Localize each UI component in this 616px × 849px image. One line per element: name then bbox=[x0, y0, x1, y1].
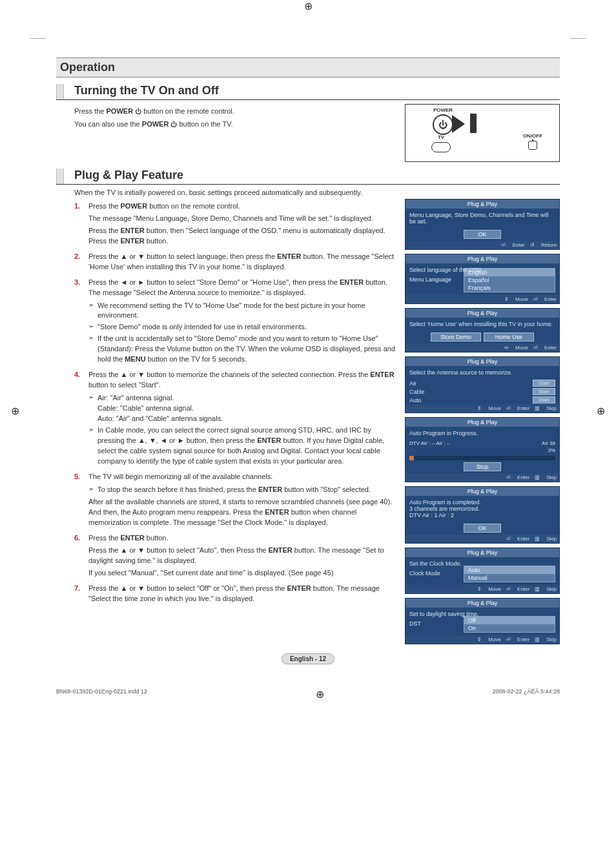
complete-l3: DTV Air : 1 Air : 2 bbox=[409, 512, 555, 518]
step-number: 2. bbox=[74, 252, 80, 262]
step: 4.Press the ▲ or ▼ button to memorize th… bbox=[74, 370, 397, 466]
osd-dst: Plug & Play Set to daylight saving time.… bbox=[405, 598, 560, 644]
start-button[interactable]: Start bbox=[533, 388, 555, 395]
ant-air: Air bbox=[409, 380, 416, 387]
arrow-list: We recommend setting the TV to "Home Use… bbox=[88, 301, 397, 365]
step: 2.Press the ▲ or ▼ button to select lang… bbox=[74, 252, 397, 272]
remote-diagram: POWER ⏻ TV ON/OFF bbox=[405, 104, 560, 162]
osd-title: Plug & Play bbox=[406, 357, 559, 366]
osd-column: Plug & Play Menu Language, Store Demo, C… bbox=[405, 199, 560, 644]
osd-move: ⇔ Move bbox=[504, 345, 528, 351]
osd-clockmode: Plug & Play Set the Clock Mode. Clock Mo… bbox=[405, 547, 560, 594]
dst-off[interactable]: Off bbox=[464, 617, 555, 624]
remote-tv-label: TV bbox=[425, 134, 457, 140]
steps-list: 1.Press the POWER button on the remote c… bbox=[74, 201, 397, 604]
osd-enter: ⏎ Enter bbox=[533, 296, 557, 302]
step-line: The message "Menu Language, Store Demo, … bbox=[88, 214, 397, 224]
osd-enter: ⏎ Enter bbox=[506, 475, 529, 480]
print-crosshair-left: ⊕ bbox=[11, 405, 19, 417]
start-button[interactable]: Start bbox=[533, 380, 555, 387]
osd-move: ⇕ Move bbox=[477, 586, 501, 592]
prog-line: DTV Air : -- Air : -- bbox=[409, 440, 450, 446]
home-use-button[interactable]: Home Use bbox=[484, 332, 534, 342]
lang-espanol[interactable]: Español bbox=[464, 276, 555, 284]
step-line: Press the ▲ or ▼ button to select "Off" … bbox=[88, 584, 397, 604]
osd-title: Plug & Play bbox=[406, 254, 559, 263]
osd-move: ⇕ Move bbox=[504, 296, 528, 302]
arrow-item: To stop the search before it has finishe… bbox=[88, 485, 397, 495]
step-line: Press the ▲ or ▼ button to select "Auto"… bbox=[88, 546, 397, 566]
osd-title: Plug & Play bbox=[406, 598, 559, 608]
remote-bar-icon bbox=[470, 114, 477, 133]
osd-return: ↺ Return bbox=[530, 242, 557, 248]
osd-enter: ⏎ Enter bbox=[506, 586, 529, 592]
step-number: 1. bbox=[74, 201, 80, 212]
lang-english[interactable]: English bbox=[464, 269, 555, 276]
step-line: Press the ▲ or ▼ button to memorize the … bbox=[88, 370, 397, 391]
osd-complete: Plug & Play Auto Program is completed. 3… bbox=[405, 486, 560, 544]
osd-msg: Auto Program in Progress. bbox=[406, 427, 559, 440]
clock-manual[interactable]: Manual bbox=[464, 574, 555, 582]
arrow-item: We recommend setting the TV to "Home Use… bbox=[88, 301, 397, 322]
plugplay-body: 1.Press the POWER button on the remote c… bbox=[56, 199, 397, 644]
print-crosshair-bottom: ⊕ bbox=[316, 688, 324, 701]
tv-button-icon bbox=[431, 142, 451, 152]
step-number: 5. bbox=[74, 472, 80, 482]
clock-auto[interactable]: Auto bbox=[464, 566, 555, 574]
osd-title: Plug & Play bbox=[406, 548, 559, 557]
print-crosshair-right: ⊕ bbox=[597, 405, 605, 417]
osd-initial: Plug & Play Menu Language, Store Demo, C… bbox=[405, 199, 560, 250]
indd-name: BN68-01392D-01Eng-0221.indd 12 bbox=[56, 688, 147, 701]
step-number: 3. bbox=[74, 278, 80, 288]
step: 1.Press the POWER button on the remote c… bbox=[74, 201, 397, 247]
stop-button[interactable]: Stop bbox=[464, 462, 501, 471]
ok-button[interactable]: OK bbox=[464, 524, 501, 533]
osd-msg: Auto Program is completed. 3 channels ar… bbox=[406, 496, 559, 522]
plugplay-intro: When the TV is initially powered on, bas… bbox=[74, 189, 560, 196]
ant-auto: Auto bbox=[409, 397, 422, 404]
arrow-item: Air: "Air" antenna signal.Cable: "Cable"… bbox=[88, 393, 397, 424]
start-button[interactable]: Start bbox=[533, 396, 555, 404]
lang-francais[interactable]: Français bbox=[464, 284, 555, 292]
onoff-button-icon bbox=[528, 141, 537, 150]
power-icon: ⏻ bbox=[170, 121, 177, 128]
step-line: If you select "Manual", "Set current dat… bbox=[88, 568, 397, 578]
page-footer: English - 12 bbox=[56, 655, 560, 662]
step-number: 7. bbox=[74, 584, 80, 594]
step-line: Press the ENTER button. bbox=[88, 533, 397, 544]
turning-tv-body: Press the POWER ⏻ button on the remote c… bbox=[56, 104, 397, 162]
arrow-list: Air: "Air" antenna signal.Cable: "Cable"… bbox=[88, 393, 397, 467]
osd-title: Plug & Play bbox=[406, 199, 559, 209]
osd-title: Plug & Play bbox=[406, 487, 559, 496]
osd-skip: ▥ Skip bbox=[535, 586, 557, 592]
osd-enter: ⏎ Enter bbox=[501, 242, 524, 248]
osd-title: Plug & Play bbox=[406, 418, 559, 427]
store-demo-button[interactable]: Store Demo bbox=[431, 332, 481, 342]
prog-pct: 3% bbox=[548, 447, 555, 453]
ok-button[interactable]: OK bbox=[464, 230, 501, 239]
intro-a2-pre: You can also use the bbox=[74, 120, 142, 128]
step: 7.Press the ▲ or ▼ button to select "Off… bbox=[74, 584, 397, 604]
language-options[interactable]: English Español Français bbox=[464, 268, 555, 292]
indd-stamp: 2008-02-22 ¿ÀÈÄ 5:44:28 bbox=[492, 688, 560, 701]
osd-move: ⇕ Move bbox=[477, 637, 501, 642]
osd-skip: ▥ Skip bbox=[535, 475, 557, 480]
ant-cable: Cable bbox=[409, 389, 425, 395]
power-word: POWER bbox=[107, 107, 134, 115]
arrow-item: "Store Demo" mode is only intended for u… bbox=[88, 322, 397, 332]
step: 3.Press the ◄ or ► button to select "Sto… bbox=[74, 278, 397, 365]
step: 5.The TV will begin memorizing all of th… bbox=[74, 472, 397, 529]
arrow-item: If the unit is accidentally set to "Stor… bbox=[88, 334, 397, 365]
clock-options[interactable]: Auto Manual bbox=[464, 566, 555, 582]
step: 6.Press the ENTER button.Press the ▲ or … bbox=[74, 533, 397, 578]
dst-on[interactable]: On bbox=[464, 624, 555, 632]
power-button-icon: ⏻ bbox=[433, 114, 453, 135]
arrow-item: In Cable mode, you can select the correc… bbox=[88, 425, 397, 467]
step-number: 6. bbox=[74, 533, 80, 544]
heading-plug-play: Plug & Play Feature bbox=[56, 169, 560, 185]
osd-skip: ▥ Skip bbox=[535, 536, 557, 542]
heading-turning-tv: Turning the TV On and Off bbox=[56, 84, 560, 100]
osd-enter: ⏎ Enter bbox=[533, 345, 557, 351]
step-number: 4. bbox=[74, 370, 80, 380]
dst-options[interactable]: Off On bbox=[464, 616, 555, 633]
